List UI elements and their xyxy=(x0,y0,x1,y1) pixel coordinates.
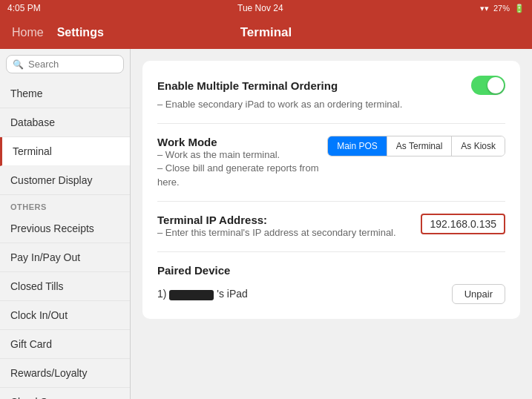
enable-multiple-toggle[interactable] xyxy=(471,76,505,95)
terminal-ip-value[interactable]: 192.168.0.135 xyxy=(421,214,505,234)
terminal-ip-title: Terminal IP Address: xyxy=(157,214,396,226)
sidebar-item-closed-tills[interactable]: Closed Tills xyxy=(0,272,130,301)
terminal-ip-desc: – Enter this terminal's IP address at se… xyxy=(157,226,396,240)
enable-multiple-title: Enable Multiple Terminal Ordering xyxy=(157,79,338,92)
unpair-button[interactable]: Unpair xyxy=(452,284,505,304)
mode-btn-main-pos[interactable]: Main POS xyxy=(328,136,387,156)
search-box[interactable]: 🔍 xyxy=(6,55,124,73)
page-title: Terminal xyxy=(181,25,350,40)
toggle-knob xyxy=(487,77,504,93)
work-mode-title: Work Mode xyxy=(157,136,327,148)
device-number: 1) xyxy=(157,288,166,300)
sidebar-item-terminal[interactable]: Terminal xyxy=(0,137,130,166)
paired-device-section: Paired Device 1) 's iPad Unpair xyxy=(157,264,505,304)
content-area: Enable Multiple Terminal Ordering – Enab… xyxy=(131,49,532,399)
sidebar-item-clock-in-out[interactable]: Clock In/Out xyxy=(0,301,130,330)
sidebar-item-previous-receipts[interactable]: Previous Receipts xyxy=(0,214,130,243)
sidebar: 🔍 Theme Database Terminal Customer Displ… xyxy=(0,49,131,399)
sidebar-item-customer-display[interactable]: Customer Display xyxy=(0,166,130,195)
status-time: 4:05 PM xyxy=(7,3,41,13)
enable-multiple-desc: – Enable secondary iPad to work as an or… xyxy=(157,98,505,111)
device-name-redacted xyxy=(169,290,214,300)
sidebar-item-theme[interactable]: Theme xyxy=(0,79,130,108)
work-mode-line2: – Close bill and generate reports from h… xyxy=(157,162,327,188)
work-mode-section: Work Mode – Work as the main terminal. –… xyxy=(157,136,505,202)
paired-device-title: Paired Device xyxy=(157,264,505,277)
wifi-icon: ▾▾ xyxy=(480,4,489,13)
search-input[interactable] xyxy=(28,59,117,70)
nav-settings[interactable]: Settings xyxy=(57,26,104,39)
paired-device-row: 1) 's iPad Unpair xyxy=(157,284,505,304)
terminal-ip-section: Terminal IP Address: – Enter this termin… xyxy=(157,214,505,252)
sidebar-item-pay-in-out[interactable]: Pay In/Pay Out xyxy=(0,243,130,272)
sidebar-item-database[interactable]: Database xyxy=(0,108,130,137)
sidebar-item-gift-card[interactable]: Gift Card xyxy=(0,330,130,359)
battery-icon: 🔋 xyxy=(514,4,525,13)
enable-multiple-section: Enable Multiple Terminal Ordering – Enab… xyxy=(157,76,505,124)
header-nav: Home Settings xyxy=(12,26,181,39)
app-header: Home Settings Terminal xyxy=(0,16,532,49)
device-name: 1) 's iPad xyxy=(157,288,248,300)
settings-card: Enable Multiple Terminal Ordering – Enab… xyxy=(142,61,520,319)
mode-btn-as-kiosk[interactable]: As Kiosk xyxy=(452,136,505,156)
search-icon: 🔍 xyxy=(13,59,24,70)
mode-buttons: Main POS As Terminal As Kiosk xyxy=(327,136,505,156)
sidebar-item-rewards-loyalty[interactable]: Rewards/Loyalty xyxy=(0,359,130,388)
others-section-label: OTHERS xyxy=(0,195,130,214)
main-layout: 🔍 Theme Database Terminal Customer Displ… xyxy=(0,49,532,399)
battery-percent: 27% xyxy=(493,4,510,13)
work-mode-line1: – Work as the main terminal. xyxy=(157,148,327,162)
mode-btn-as-terminal[interactable]: As Terminal xyxy=(387,136,452,156)
nav-home[interactable]: Home xyxy=(12,26,44,39)
status-date: Tue Nov 24 xyxy=(237,3,283,13)
device-suffix: 's iPad xyxy=(217,288,248,300)
sidebar-item-cloud-sync[interactable]: Cloud Sync xyxy=(0,388,130,399)
status-bar: 4:05 PM Tue Nov 24 ▾▾ 27% 🔋 xyxy=(0,0,532,16)
